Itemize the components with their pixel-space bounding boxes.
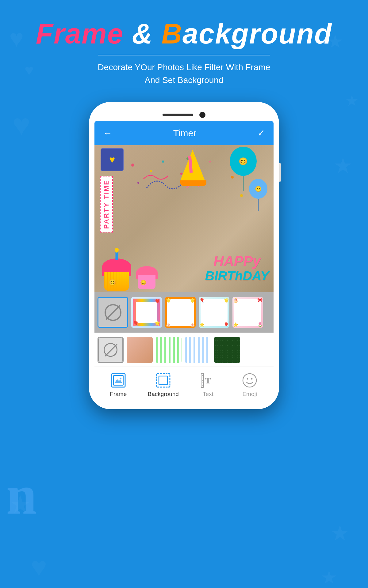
bg-item-none[interactable] (98, 337, 124, 363)
dark-green-preview (214, 337, 240, 363)
header-section: Frame & Background Decorate YOur Photos … (0, 0, 368, 93)
bg-item-dark-green[interactable] (214, 337, 240, 363)
app-title: Frame & Background (0, 18, 368, 49)
title-frame: Frame (36, 18, 124, 49)
phone-top-bar (94, 107, 274, 121)
svg-point-2 (120, 378, 121, 379)
subtitle-divider (98, 55, 270, 55)
app-bar: ← Timer ✓ (94, 121, 274, 145)
title-b: B (161, 18, 182, 49)
phone-side-button (279, 163, 281, 182)
emoji-tool-label: Emoji (242, 391, 257, 398)
background-selector (94, 333, 274, 367)
svg-point-14 (251, 378, 253, 380)
bg-item-green-stripes[interactable] (156, 337, 182, 363)
photo-area[interactable]: ♥ 😊 😐 (94, 145, 274, 292)
svg-rect-3 (156, 374, 170, 387)
svg-rect-4 (159, 376, 167, 385)
bg-item-peach[interactable] (127, 337, 153, 363)
text-tool-label: Text (203, 391, 213, 398)
back-button[interactable]: ← (103, 128, 112, 138)
confirm-button[interactable]: ✓ (257, 128, 265, 138)
frame-tool-icon (110, 372, 126, 388)
tool-frame[interactable]: Frame (106, 372, 131, 398)
phone-camera (199, 112, 205, 118)
no-frame-icon (98, 298, 127, 327)
title-and: & (124, 18, 162, 49)
title-background-text: ackground (182, 18, 332, 49)
frame-tool-label: Frame (110, 391, 127, 398)
peach-background-preview (127, 337, 153, 363)
phone-speaker (163, 114, 193, 116)
subtitle: Decorate YOur Photos Like Filter With Fr… (0, 61, 368, 87)
frame-selector: 🎈 🎈 ⭐ 🌟 🌟 🎂 🎂 (94, 292, 274, 333)
blue-stripes-preview (185, 337, 211, 363)
svg-point-12 (243, 374, 256, 387)
frame-item-1[interactable]: 🎈 🎈 ⭐ (131, 297, 162, 328)
tool-background[interactable]: Background (148, 372, 178, 398)
svg-point-13 (247, 378, 248, 380)
tool-text[interactable]: T Text (196, 372, 220, 398)
frame-item-4[interactable]: 🎂 🎀 ⭐ 🌷 (232, 297, 263, 328)
phone-screen: ← Timer ✓ (94, 121, 274, 404)
screen-title: Timer (173, 128, 197, 138)
bottom-toolbar: Frame Background (94, 367, 274, 404)
bg-item-blue-stripes[interactable] (185, 337, 211, 363)
phone-body: ← Timer ✓ (89, 102, 279, 409)
background-tool-icon (155, 372, 171, 388)
text-tool-icon: T (200, 372, 216, 388)
background-tool-label: Background (148, 391, 178, 398)
prohibited-icon (105, 304, 121, 321)
phone-mockup: ← Timer ✓ (0, 102, 368, 409)
frame-item-none[interactable] (98, 297, 128, 328)
frame-item-2[interactable]: 🌟 🌟 🎂 🎂 (165, 297, 196, 328)
emoji-tool-icon (242, 372, 258, 388)
green-stripes-preview (156, 337, 182, 363)
no-background-icon (98, 337, 123, 362)
tool-emoji[interactable]: Emoji (237, 372, 262, 398)
no-bg-prohibited-icon (104, 343, 117, 357)
svg-text:T: T (205, 376, 211, 385)
frame-item-3[interactable]: 🎈 🌟 ⭐ 🎈 (199, 297, 229, 328)
watermark-decoration: n (6, 463, 37, 527)
